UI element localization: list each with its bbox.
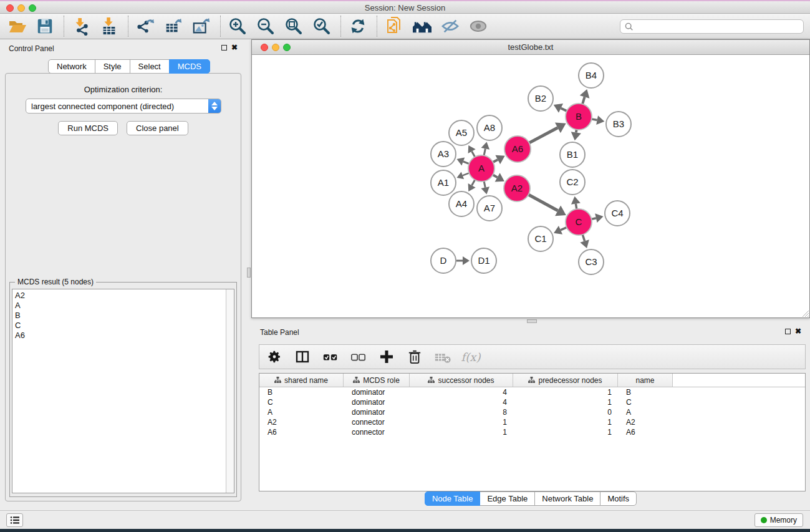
show-graphics-details-button[interactable] bbox=[468, 16, 489, 37]
graph-edge-B-B4[interactable] bbox=[582, 97, 584, 104]
graph-edge-A-A8[interactable] bbox=[484, 148, 485, 155]
network-window-titlebar[interactable]: testGlobe.txt bbox=[252, 40, 809, 55]
export-network-button[interactable] bbox=[135, 16, 156, 37]
select-all-button[interactable] bbox=[322, 348, 339, 365]
column-header-name[interactable]: name bbox=[618, 374, 673, 387]
horizontal-splitter-handle[interactable] bbox=[527, 319, 537, 323]
table-row[interactable]: Bdominator41B bbox=[259, 387, 805, 397]
vertical-splitter-handle[interactable] bbox=[247, 268, 251, 278]
graph-edge-B-B2[interactable] bbox=[561, 108, 567, 111]
search-input[interactable] bbox=[634, 21, 803, 32]
table-cell[interactable]: B bbox=[259, 388, 344, 397]
table-cell[interactable]: A2 bbox=[259, 418, 344, 427]
function-builder-button[interactable]: f(x) bbox=[462, 348, 480, 365]
graph-edge-A-A2[interactable] bbox=[493, 175, 497, 177]
close-table-panel-icon[interactable]: ✖ bbox=[795, 328, 801, 334]
graph-edge-A-A7[interactable] bbox=[484, 181, 485, 188]
column-header-predecessor-nodes[interactable]: predecessor nodes bbox=[513, 374, 618, 387]
column-settings-button[interactable] bbox=[266, 348, 283, 365]
table-cell[interactable]: A bbox=[259, 408, 344, 417]
float-table-panel-icon[interactable] bbox=[785, 329, 791, 334]
table-cell[interactable]: 8 bbox=[410, 408, 513, 417]
tab-mcds[interactable]: MCDS bbox=[169, 59, 210, 74]
table-cell[interactable]: connector bbox=[344, 428, 410, 437]
zoom-selected-button[interactable] bbox=[311, 16, 332, 37]
zoom-in-button[interactable] bbox=[227, 16, 248, 37]
table-cell[interactable]: 1 bbox=[513, 388, 618, 397]
table-cell[interactable]: 1 bbox=[410, 418, 513, 427]
add-row-button[interactable] bbox=[378, 348, 395, 365]
table-cell[interactable]: dominator bbox=[344, 398, 410, 407]
criterion-dropdown[interactable]: largest connected component (directed) bbox=[26, 99, 221, 114]
result-list-scrollbar[interactable] bbox=[226, 289, 234, 493]
show-panels-button[interactable] bbox=[6, 513, 23, 527]
table-cell[interactable]: A bbox=[618, 408, 673, 417]
table-cell[interactable]: connector bbox=[344, 418, 410, 427]
tab-motifs[interactable]: Motifs bbox=[600, 491, 637, 506]
clear-selection-button[interactable] bbox=[350, 348, 367, 365]
graph-edge-A-A5[interactable] bbox=[472, 152, 475, 157]
delete-table-button[interactable] bbox=[434, 348, 451, 365]
mcds-result-list[interactable]: A2ABCA6 bbox=[12, 289, 234, 493]
graph-edge-C-C4[interactable] bbox=[591, 218, 595, 220]
export-image-button[interactable] bbox=[191, 16, 212, 37]
table-cell[interactable]: 0 bbox=[513, 408, 618, 417]
table-cell[interactable]: A6 bbox=[618, 428, 673, 437]
table-cell[interactable]: A6 bbox=[259, 428, 344, 437]
import-table-button[interactable] bbox=[99, 16, 120, 37]
graph-edge-C-C3[interactable] bbox=[582, 235, 584, 241]
first-neighbors-button[interactable] bbox=[412, 16, 433, 37]
graph-edge-A-A4[interactable] bbox=[472, 180, 475, 185]
graph-edge-A-A3[interactable] bbox=[463, 162, 470, 164]
zoom-out-button[interactable] bbox=[255, 16, 276, 37]
close-panel-button[interactable]: Close panel bbox=[127, 121, 188, 135]
table-cell[interactable]: B bbox=[618, 388, 673, 397]
graph-edge-A-A1[interactable] bbox=[463, 173, 469, 175]
mcds-result-item[interactable]: A6 bbox=[15, 331, 224, 341]
graph-edge-A2-C[interactable] bbox=[528, 195, 557, 211]
table-row[interactable]: Adominator80A bbox=[259, 407, 805, 417]
graph-edge-C-C2[interactable] bbox=[576, 204, 576, 210]
delete-row-button[interactable] bbox=[406, 348, 423, 365]
column-header-MCDS-role[interactable]: MCDS role bbox=[344, 374, 410, 387]
run-mcds-button[interactable]: Run MCDS bbox=[58, 121, 118, 135]
column-header-shared-name[interactable]: shared name bbox=[259, 374, 344, 387]
refresh-view-button[interactable] bbox=[347, 16, 369, 37]
mcds-result-item[interactable]: A2 bbox=[15, 291, 224, 301]
import-network-button[interactable] bbox=[70, 16, 92, 37]
network-canvas[interactable]: AA1A2A3A4A5A6A7A8BB1B2B3B4CC1C2C3C4DD1 bbox=[252, 55, 809, 317]
table-row[interactable]: Cdominator41C bbox=[259, 397, 805, 407]
window-resize-grip[interactable] bbox=[801, 309, 809, 317]
graph-edge-B-B3[interactable] bbox=[592, 119, 597, 120]
open-session-button[interactable] bbox=[6, 16, 27, 37]
tab-edge-table[interactable]: Edge Table bbox=[480, 491, 535, 506]
tab-network[interactable]: Network bbox=[48, 59, 95, 74]
table-cell[interactable]: A2 bbox=[618, 418, 673, 427]
tab-style[interactable]: Style bbox=[95, 59, 130, 74]
table-row[interactable]: A2connector11A2 bbox=[259, 417, 805, 427]
tab-select[interactable]: Select bbox=[130, 59, 170, 74]
export-table-button[interactable] bbox=[163, 16, 184, 37]
table-cell[interactable]: C bbox=[618, 398, 673, 407]
graph-edge-C-C1[interactable] bbox=[561, 227, 567, 230]
column-header-successor-nodes[interactable]: successor nodes bbox=[410, 374, 513, 387]
float-panel-icon[interactable] bbox=[221, 45, 227, 51]
show-column-button[interactable] bbox=[294, 348, 311, 365]
tab-network-table[interactable]: Network Table bbox=[534, 491, 600, 506]
tab-node-table[interactable]: Node Table bbox=[425, 491, 481, 506]
mcds-result-item[interactable]: A bbox=[15, 301, 224, 311]
table-cell[interactable]: 1 bbox=[513, 418, 618, 427]
close-panel-icon[interactable]: ✖ bbox=[231, 44, 238, 51]
save-session-button[interactable] bbox=[34, 16, 55, 37]
table-cell[interactable]: 4 bbox=[410, 388, 513, 397]
table-cell[interactable]: C bbox=[259, 398, 344, 407]
table-cell[interactable]: dominator bbox=[344, 408, 410, 417]
graph-edge-A-A6[interactable] bbox=[493, 160, 498, 162]
table-cell[interactable]: 1 bbox=[410, 428, 513, 437]
memory-button[interactable]: Memory bbox=[755, 513, 803, 527]
table-cell[interactable]: dominator bbox=[344, 388, 410, 397]
graph-edge-A6-B[interactable] bbox=[529, 128, 558, 143]
new-network-from-selection-button[interactable] bbox=[383, 16, 405, 37]
mcds-result-item[interactable]: B bbox=[15, 311, 224, 321]
table-row[interactable]: A6connector11A6 bbox=[259, 427, 805, 437]
